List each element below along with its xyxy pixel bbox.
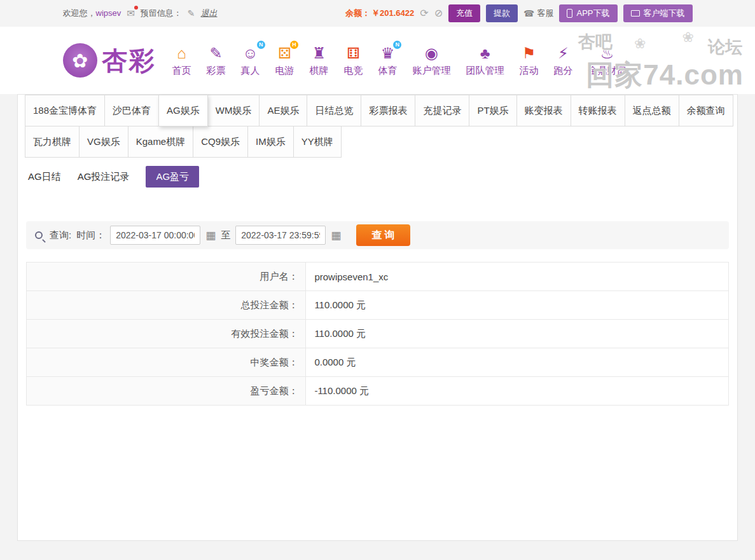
nav-item-lottery[interactable]: ✎彩票: [207, 44, 226, 77]
username: wipsev: [96, 8, 121, 18]
nav-label: 体育: [378, 65, 398, 77]
esports-icon: ⚅: [347, 44, 360, 62]
query-button[interactable]: 查 询: [356, 224, 410, 246]
nav-label: 账户管理: [413, 65, 451, 77]
nav-item-egames[interactable]: ⚄H电游: [275, 44, 294, 77]
calendar-icon[interactable]: ▦: [205, 230, 216, 241]
row-value: 110.0000 元: [306, 291, 729, 320]
notification-dot: [134, 6, 138, 10]
tab-188金宝博体育[interactable]: 188金宝博体育: [25, 95, 105, 126]
client-download-label: 客户端下载: [644, 8, 685, 19]
tab-VG娱乐[interactable]: VG娱乐: [79, 126, 128, 158]
nav-label: 彩票: [207, 65, 226, 77]
nav-item-wealth[interactable]: ♨金鼎财富: [588, 44, 627, 77]
score-icon: ⚡: [558, 44, 569, 62]
app-download-button[interactable]: APP下载: [559, 4, 617, 22]
nav-label: 活动: [520, 65, 539, 77]
welcome-text: 欢迎您，wipsev: [63, 8, 121, 19]
egames-icon: ⚄H: [278, 44, 291, 62]
tab-WM娱乐[interactable]: WM娱乐: [207, 95, 260, 126]
headset-icon: ☎: [523, 8, 534, 18]
edit-icon[interactable]: ✎: [188, 8, 195, 18]
welcome-prefix: 欢迎您，: [63, 8, 96, 18]
live-icon: ☺N: [242, 44, 258, 62]
tab-日结总览[interactable]: 日结总览: [307, 95, 361, 126]
tab-PT娱乐[interactable]: PT娱乐: [469, 95, 516, 126]
profit-loss-table: 用户名：prowipseven1_xc总投注金额：110.0000 元有效投注金…: [26, 262, 729, 406]
sports-icon: ♛N: [381, 44, 395, 62]
main-content: 188金宝博体育沙巴体育AG娱乐WM娱乐AE娱乐日结总览彩票报表充提记录PT娱乐…: [0, 94, 755, 541]
mail-icon[interactable]: ✉: [127, 8, 135, 19]
start-time-input[interactable]: [110, 226, 200, 245]
nav-label: 棋牌: [310, 65, 329, 77]
tab-返点总额[interactable]: 返点总额: [625, 95, 679, 126]
row-label: 用户名：: [27, 263, 306, 291]
nav-label: 跑分: [554, 65, 573, 77]
boardgames-icon: ♜: [312, 44, 326, 62]
account-icon: ◉: [425, 44, 438, 62]
subtab-AG盈亏[interactable]: AG盈亏: [146, 166, 199, 188]
nav-label: 金鼎财富: [588, 65, 627, 77]
nav-item-activity[interactable]: ⚑活动: [520, 44, 539, 77]
nav-item-sports[interactable]: ♛N体育: [378, 44, 398, 77]
lottery-icon: ✎: [209, 44, 222, 62]
nav-item-esports[interactable]: ⚅电竞: [344, 44, 363, 77]
tab-Kgame棋牌[interactable]: Kgame棋牌: [128, 126, 194, 158]
nav-item-boardgames[interactable]: ♜棋牌: [310, 44, 329, 77]
tab-账变报表[interactable]: 账变报表: [516, 95, 571, 126]
tab-彩票报表[interactable]: 彩票报表: [361, 95, 415, 126]
nav-item-live[interactable]: ☺N真人: [241, 44, 260, 77]
row-value: -110.0000 元: [306, 377, 729, 406]
subtab-AG投注记录[interactable]: AG投注记录: [78, 171, 130, 183]
deposit-button[interactable]: 充值: [448, 4, 480, 22]
search-icon: [35, 231, 43, 239]
nav-label: 电游: [275, 65, 294, 77]
tab-转账报表[interactable]: 转账报表: [571, 95, 625, 126]
logout-link[interactable]: 退出: [201, 8, 218, 19]
hide-balance-icon[interactable]: ⊘: [434, 8, 443, 18]
tab-沙巴体育[interactable]: 沙巴体育: [104, 95, 159, 126]
main-nav: ⌂首页✎彩票☺N真人⚄H电游♜棋牌⚅电竞♛N体育◉账户管理♣团队管理⚑活动⚡跑分…: [172, 44, 627, 77]
tab-IM娱乐[interactable]: IM娱乐: [247, 126, 294, 158]
table-row: 中奖金额：0.0000 元: [27, 348, 729, 377]
nav-label: 电竞: [344, 65, 363, 77]
nav-label: 真人: [241, 65, 260, 77]
tabs-row2: 瓦力棋牌VG娱乐Kgame棋牌CQ9娱乐IM娱乐YY棋牌: [25, 126, 737, 158]
balance-label: 余额：: [345, 8, 370, 19]
calendar-icon[interactable]: ▦: [331, 230, 341, 241]
app-download-label: APP下载: [576, 8, 609, 19]
row-value: 110.0000 元: [306, 320, 729, 348]
withdraw-button[interactable]: 提款: [486, 4, 518, 22]
refresh-icon[interactable]: ⟳: [420, 8, 428, 18]
nav-item-account[interactable]: ◉账户管理: [413, 44, 451, 77]
table-body: 用户名：prowipseven1_xc总投注金额：110.0000 元有效投注金…: [27, 263, 729, 406]
tab-余额查询[interactable]: 余额查询: [679, 95, 733, 126]
phone-icon: [567, 9, 572, 18]
client-download-button[interactable]: 客户端下载: [623, 4, 693, 22]
logo[interactable]: ✿ 杏彩: [63, 43, 156, 78]
subtabs: AG日结AG投注记录AG盈亏: [28, 165, 737, 188]
nav-item-score[interactable]: ⚡跑分: [554, 44, 573, 77]
reserved-message-label: 预留信息：: [141, 8, 182, 19]
row-label: 盈亏金额：: [27, 377, 306, 406]
end-time-input[interactable]: [235, 226, 326, 245]
home-icon: ⌂: [177, 44, 186, 62]
tab-YY棋牌[interactable]: YY棋牌: [293, 126, 342, 158]
table-row: 有效投注金额：110.0000 元: [27, 320, 729, 348]
nav-item-home[interactable]: ⌂首页: [172, 44, 191, 77]
tab-瓦力棋牌[interactable]: 瓦力棋牌: [25, 126, 80, 158]
table-row: 盈亏金额：-110.0000 元: [27, 377, 729, 406]
subtab-AG日结[interactable]: AG日结: [28, 171, 61, 183]
balance: 余额： ￥201.6422: [345, 8, 414, 19]
to-label: 至: [221, 229, 230, 242]
tab-AE娱乐[interactable]: AE娱乐: [259, 95, 307, 126]
tabs: 188金宝博体育沙巴体育AG娱乐WM娱乐AE娱乐日结总览彩票报表充提记录PT娱乐…: [18, 95, 737, 158]
row-label: 有效投注金额：: [27, 320, 306, 348]
tab-充提记录[interactable]: 充提记录: [415, 95, 469, 126]
query-label: 查询:: [50, 229, 71, 242]
tab-AG娱乐[interactable]: AG娱乐: [158, 95, 208, 126]
customer-service-label: 客服: [537, 8, 553, 19]
customer-service-link[interactable]: ☎ 客服: [523, 8, 553, 19]
tab-CQ9娱乐[interactable]: CQ9娱乐: [193, 126, 248, 158]
nav-item-team[interactable]: ♣团队管理: [466, 44, 504, 77]
